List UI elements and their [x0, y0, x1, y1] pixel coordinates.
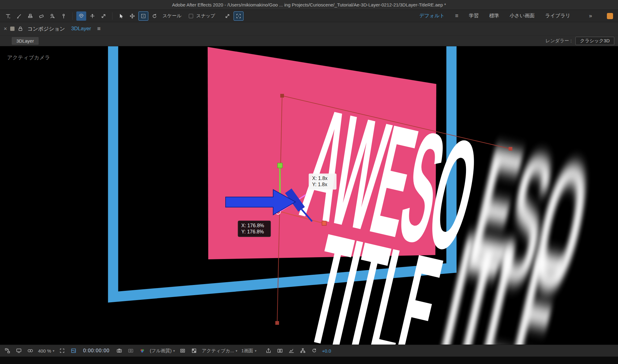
checkerboard-icon: [191, 348, 197, 354]
dashed-box-icon: [140, 13, 146, 19]
timecode-field[interactable]: 0:00:00:00: [83, 348, 110, 354]
eraser-icon: [38, 13, 44, 19]
mask-visibility-toggle[interactable]: [70, 347, 77, 354]
rotate-mode-button[interactable]: [150, 11, 159, 21]
region-of-interest-button[interactable]: [58, 347, 66, 354]
renderer-group: レンダラー : クラシック3D: [545, 37, 614, 45]
clone-stamp-button[interactable]: [25, 11, 35, 21]
orbit-camera-tool-button[interactable]: [76, 11, 86, 21]
fast-previews-button[interactable]: [311, 347, 318, 354]
graph-overlay-button[interactable]: [288, 347, 295, 354]
puppet-pin-icon: [61, 13, 67, 19]
show-snapshot-button[interactable]: [127, 347, 134, 354]
chevron-down-icon: ▾: [173, 349, 175, 353]
renderer-button[interactable]: クラシック3D: [575, 37, 614, 45]
type-tool-icon: [5, 13, 11, 19]
flowchart-view-button[interactable]: [299, 347, 307, 354]
view-layout-select[interactable]: 1画面 ▾: [241, 348, 256, 354]
gizmo-y-handle[interactable]: [277, 163, 282, 168]
workspace-tab-small-screen[interactable]: 小さい画面: [510, 13, 535, 19]
take-snapshot-button[interactable]: [116, 347, 123, 354]
mini-flowchart-icon: [300, 348, 306, 354]
workspace-tab-library[interactable]: ライブラリ: [545, 13, 570, 19]
workspace-tab-standard[interactable]: 標準: [489, 13, 499, 19]
share-view-button[interactable]: [265, 347, 272, 354]
brush-tool-button[interactable]: [14, 11, 24, 21]
layer-handle-bottom[interactable]: [275, 321, 279, 325]
mask-icon: [70, 348, 77, 354]
refresh-icon: [311, 348, 317, 354]
selection-arrow-icon: [118, 13, 124, 19]
pixel-aspect-icon: [277, 348, 283, 354]
region-of-interest-mode-button[interactable]: [234, 11, 243, 21]
channels-icon: [27, 348, 34, 354]
workspace-overflow-icon[interactable]: »: [589, 13, 592, 19]
exposure-value[interactable]: +0.0: [322, 348, 331, 354]
eraser-tool-button[interactable]: [36, 11, 46, 21]
composition-viewport[interactable]: ESO ITLE AWESO TITLE X: 1.8x: [0, 46, 618, 345]
magnification-select[interactable]: 400 % ▾: [38, 348, 54, 354]
type-tool-button[interactable]: [3, 11, 13, 21]
bottom-spacer: [0, 357, 618, 364]
scale-factor-tooltip: X: 1.8x Y: 1.8x: [309, 174, 337, 190]
composition-name[interactable]: 3DLayer: [71, 26, 91, 32]
scale-percent-y: Y: 176.8%: [241, 229, 264, 234]
viewport-scene: ESO ITLE AWESO TITLE X: 1.8x: [0, 46, 618, 345]
lock-icon[interactable]: [18, 26, 23, 31]
renderer-label: レンダラー :: [545, 38, 572, 44]
snapshot-icon: [128, 348, 134, 354]
snap-checkbox[interactable]: [189, 14, 193, 18]
layer-handle-top[interactable]: [280, 94, 284, 98]
roto-brush-button[interactable]: [48, 11, 57, 21]
pixel-aspect-correction-button[interactable]: [276, 347, 284, 354]
window-title-bar: Adobe After Effects 2020 - /Users/mikiom…: [0, 0, 618, 10]
layer-handle-right[interactable]: [509, 147, 512, 151]
resolution-select[interactable]: (フル画質) ▾: [150, 348, 175, 354]
clone-stamp-icon: [27, 13, 33, 19]
always-preview-button[interactable]: [4, 347, 11, 354]
viewer-options-bar: 400 % ▾ 0:00:00:00 (フル画質) ▾ アクティブカ... ▾ …: [0, 345, 618, 357]
3d-view-value: アクティブカ...: [202, 348, 234, 354]
composition-tab-row: 3DLayer レンダラー : クラシック3D: [0, 36, 618, 46]
show-channel-button[interactable]: [138, 347, 146, 354]
workspace-tab-default[interactable]: デフォルト: [419, 13, 445, 19]
roto-brush-icon: [49, 13, 56, 19]
workspace-tab-learn[interactable]: 学習: [469, 13, 479, 19]
view-layout-value: 1画面: [241, 348, 253, 354]
composition-panel-header: × コンポジション 3DLayer ≡: [0, 22, 618, 36]
transparency-grid-button[interactable]: [190, 347, 198, 354]
move-tool-button[interactable]: [127, 11, 137, 21]
graph-icon: [288, 348, 294, 354]
dolly-camera-tool-button[interactable]: [99, 11, 108, 21]
channel-settings-button[interactable]: [27, 347, 34, 354]
panel-menu-icon[interactable]: ≡: [97, 25, 101, 32]
workspace-menu-icon[interactable]: ≡: [455, 13, 459, 19]
move-arrows-icon: [129, 13, 135, 19]
rgb-circles-icon: [139, 348, 145, 354]
scale-percent-tooltip: X: 176.8% Y: 176.8%: [238, 221, 271, 237]
pan-camera-icon: [89, 13, 95, 19]
dolly-camera-icon: [100, 13, 107, 19]
toolbar-separator: [112, 12, 112, 20]
resize-handles-button[interactable]: [222, 11, 232, 21]
panel-chip-icon: [10, 27, 15, 31]
panel-close-button[interactable]: ×: [4, 26, 7, 31]
puppet-pin-button[interactable]: [59, 11, 69, 21]
target-region-button[interactable]: [179, 347, 186, 354]
scale-factor-y: Y: 1.8x: [312, 182, 327, 187]
scale-factor-x: X: 1.8x: [312, 176, 328, 181]
composition-tab[interactable]: 3DLayer: [12, 37, 39, 45]
gizmo-mode-button[interactable]: [138, 11, 148, 21]
workspace-switcher-icon[interactable]: [607, 13, 613, 19]
selection-tool-button[interactable]: [116, 11, 126, 21]
orbit-camera-icon: [78, 13, 84, 19]
3d-view-select[interactable]: アクティブカ... ▾: [202, 348, 237, 354]
gizmo-x-handle[interactable]: [322, 221, 326, 225]
rotate-arrow-icon: [151, 13, 158, 19]
diagonal-resize-icon: [224, 13, 231, 19]
pan-camera-tool-button[interactable]: [87, 11, 97, 21]
camera-icon: [116, 348, 122, 354]
roi-corners-icon: [59, 348, 65, 354]
primary-viewer-button[interactable]: [15, 347, 23, 354]
resolution-value: (フル画質): [150, 348, 172, 354]
